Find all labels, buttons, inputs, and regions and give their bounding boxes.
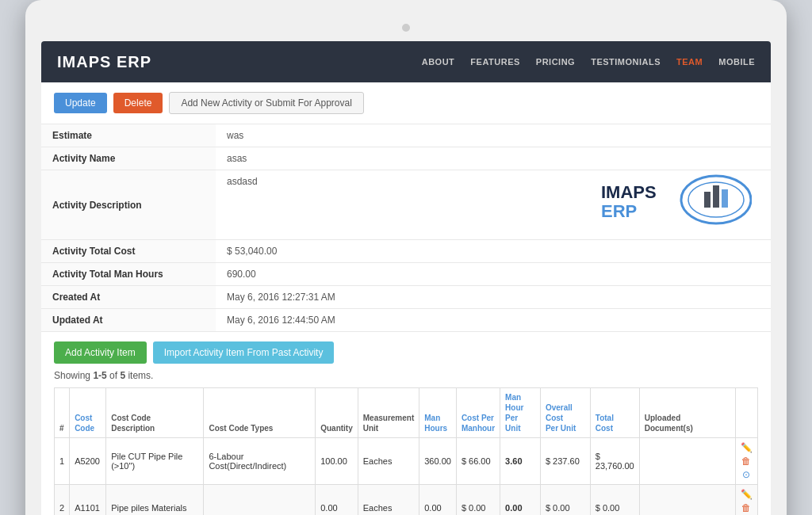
cell-overall-cost: $ 0.00 (540, 485, 590, 516)
col-overall-cost: Overall CostPer Unit (540, 388, 590, 438)
action-icons: ✏️ 🗑 ⊙ (741, 442, 753, 480)
cell-total-cost: $ 0.00 (590, 485, 639, 516)
col-cost-types: Cost Code Types (204, 388, 316, 438)
items-section: Add Activity Item Import Activity Item F… (41, 332, 771, 515)
col-mh-unit: Man HourPer Unit (500, 388, 541, 438)
col-uploaded-docs: UploadedDocument(s) (639, 388, 735, 438)
cell-cost-types: 6-Labour Cost(Direct/Indirect) (204, 438, 316, 485)
nav-link-testimonials[interactable]: TESTIMONIALS (591, 57, 661, 67)
action-icons: ✏️ 🗑 ⊙ (741, 489, 753, 515)
cell-uploaded-docs (639, 438, 735, 485)
nav-link-team[interactable]: TEAM (676, 57, 703, 67)
col-cost-desc: Cost CodeDescription (106, 388, 204, 438)
table-row: 2 A1101 Pipe piles Materials 0.00 Eaches… (55, 485, 758, 516)
col-total-cost: TotalCost (590, 388, 639, 438)
svg-rect-4 (722, 189, 728, 208)
info-row-total-cost: Activity Total Cost $ 53,040.00 (41, 240, 771, 263)
cell-actions: ✏️ 🗑 ⊙ (735, 438, 757, 485)
nav-link-features[interactable]: FEATURES (470, 57, 519, 67)
value-total-cost: $ 53,040.00 (216, 240, 771, 263)
navbar: IMAPS ERP ABOUT FEATURES PRICING TESTIMO… (41, 41, 771, 82)
delete-button[interactable]: Delete (113, 93, 163, 113)
cell-man-hours: 360.00 (419, 438, 457, 485)
col-num: # (55, 388, 70, 438)
value-activity-name: asas (216, 147, 771, 170)
svg-rect-2 (704, 192, 710, 208)
cell-cost-desc: Pipe piles Materials (106, 485, 204, 516)
col-man-hours: ManHours (419, 388, 457, 438)
edit-icon[interactable]: ✏️ (741, 442, 753, 453)
value-activity-desc: asdasd (216, 170, 771, 240)
label-updated-at: Updated At (41, 309, 216, 332)
toolbar: Update Delete Add New Activity or Submit… (41, 82, 771, 124)
col-meas-unit: MeasurementUnit (358, 388, 419, 438)
label-activity-desc: Activity Description (41, 170, 216, 240)
cell-cost-code: A1101 (70, 485, 106, 516)
cell-cost-code: A5200 (70, 438, 106, 485)
cell-meas-unit: Eaches (358, 485, 419, 516)
cell-quantity: 0.00 (316, 485, 358, 516)
nav-link-mobile[interactable]: MOBILE (718, 57, 755, 67)
import-item-button[interactable]: Import Activity Item From Past Activity (153, 341, 335, 364)
device-camera (402, 24, 410, 32)
col-actions (735, 388, 757, 438)
imaps-erp-logo: IMAPS ERP (593, 168, 752, 231)
cell-mh-unit: 3.60 (500, 438, 541, 485)
cell-cost-desc: Pile CUT Pipe Pile (>10") (106, 438, 204, 485)
data-table: # CostCode Cost CodeDescription Cost Cod… (54, 387, 758, 515)
cell-man-hours: 0.00 (419, 485, 457, 516)
col-cost-mh: Cost PerManhour (456, 388, 500, 438)
cell-cost-types (204, 485, 316, 516)
cell-uploaded-docs (639, 485, 735, 516)
edit-icon[interactable]: ✏️ (741, 489, 753, 500)
info-row-created-at: Created At May 6, 2016 12:27:31 AM (41, 286, 771, 309)
info-row-activity-name: Activity Name asas (41, 147, 771, 170)
add-activity-button[interactable]: Add New Activity or Submit For Approval (169, 92, 363, 114)
navbar-brand: IMAPS ERP (57, 53, 422, 71)
info-row-updated-at: Updated At May 6, 2016 12:44:50 AM (41, 309, 771, 332)
cell-overall-cost: $ 237.60 (540, 438, 590, 485)
cell-num: 1 (55, 438, 70, 485)
table-row: 1 A5200 Pile CUT Pipe Pile (>10") 6-Labo… (55, 438, 758, 485)
delete-icon[interactable]: 🗑 (741, 456, 751, 467)
label-created-at: Created At (41, 286, 216, 309)
col-quantity: Quantity (316, 388, 358, 438)
info-row-man-hours: Activity Total Man Hours 690.00 (41, 263, 771, 286)
label-activity-name: Activity Name (41, 147, 216, 170)
nav-links: ABOUT FEATURES PRICING TESTIMONIALS TEAM… (422, 57, 755, 67)
view-icon[interactable]: ⊙ (742, 469, 750, 480)
value-estimate: was (216, 124, 771, 147)
showing-text: Showing 1-5 of 5 items. (54, 370, 758, 381)
table-header-row: # CostCode Cost CodeDescription Cost Cod… (55, 388, 758, 438)
cell-cost-mh: $ 0.00 (456, 485, 500, 516)
label-estimate: Estimate (41, 124, 216, 147)
value-updated-at: May 6, 2016 12:44:50 AM (216, 309, 771, 332)
items-toolbar: Add Activity Item Import Activity Item F… (54, 341, 758, 364)
info-section: Estimate was Activity Name asas Activity… (41, 124, 771, 332)
nav-link-about[interactable]: ABOUT (422, 57, 455, 67)
update-button[interactable]: Update (54, 93, 107, 113)
value-man-hours: 690.00 (216, 263, 771, 286)
col-cost-code: CostCode (70, 388, 106, 438)
cell-total-cost: $23,760.00 (590, 438, 639, 485)
cell-quantity: 100.00 (316, 438, 358, 485)
device-frame: IMAPS ERP ABOUT FEATURES PRICING TESTIMO… (25, 0, 787, 515)
cell-num: 2 (55, 485, 70, 516)
nav-link-pricing[interactable]: PRICING (536, 57, 575, 67)
value-created-at: May 6, 2016 12:27:31 AM (216, 286, 771, 309)
info-row-activity-desc: Activity Description asdasd (41, 170, 771, 240)
cell-meas-unit: Eaches (358, 438, 419, 485)
svg-text:ERP: ERP (601, 201, 637, 221)
label-total-cost: Activity Total Cost (41, 240, 216, 263)
cell-mh-unit: 0.00 (500, 485, 541, 516)
delete-icon[interactable]: 🗑 (741, 502, 751, 513)
add-item-button[interactable]: Add Activity Item (54, 341, 147, 364)
svg-rect-3 (713, 185, 719, 208)
svg-text:IMAPS: IMAPS (601, 182, 657, 202)
label-man-hours: Activity Total Man Hours (41, 263, 216, 286)
info-row-estimate: Estimate was (41, 124, 771, 147)
app-container: IMAPS ERP ABOUT FEATURES PRICING TESTIMO… (41, 41, 771, 515)
info-table: Estimate was Activity Name asas Activity… (41, 124, 771, 332)
cell-cost-mh: $ 66.00 (456, 438, 500, 485)
cell-actions: ✏️ 🗑 ⊙ (735, 485, 757, 516)
